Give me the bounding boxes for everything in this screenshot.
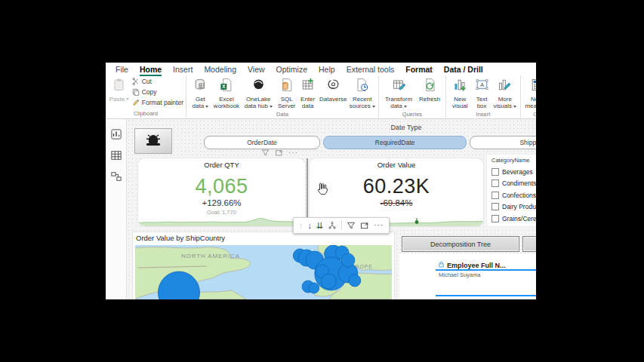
copy-button[interactable]: Copy xyxy=(132,87,183,97)
more-options-icon[interactable]: ··· xyxy=(288,150,298,156)
checkbox-icon[interactable] xyxy=(491,215,499,222)
onelake-caret-icon xyxy=(270,106,273,108)
orderdate-button[interactable]: OrderDate xyxy=(204,136,320,149)
kpi-order-value[interactable]: Order Value 60.23K -69.84% xyxy=(310,158,483,226)
get-data-button[interactable]: Get data xyxy=(189,76,212,111)
sql-server-label: SQL Server xyxy=(278,96,296,109)
clipboard-group-label: Clipboard xyxy=(108,110,183,118)
category-slicer[interactable]: CategoryName Beverages Condiments Confec… xyxy=(487,155,536,226)
kpi-qty-sparkline xyxy=(138,215,305,226)
go-to-next-level-icon[interactable]: ⇊ xyxy=(316,221,323,231)
calculator-icon xyxy=(530,78,537,95)
file-clock-icon xyxy=(355,78,369,95)
kpi-order-qty[interactable]: Order QTY 4,065 +129.66% Goal: 1,770 xyxy=(138,158,305,226)
filter-icon[interactable] xyxy=(261,149,270,157)
tab-external-tools[interactable]: External tools xyxy=(347,65,395,75)
shippeddate-button[interactable]: ShippedDate xyxy=(470,136,536,149)
data-group-label: Data xyxy=(189,111,376,119)
scissors-icon xyxy=(132,78,140,85)
map-bubble[interactable] xyxy=(349,275,361,287)
tab-modeling[interactable]: Modeling xyxy=(204,65,236,75)
date-slicer-title: Date Type xyxy=(353,124,459,131)
tab-insert[interactable]: Insert xyxy=(173,65,193,75)
decomposition-node-label[interactable]: Michael Suyama xyxy=(439,272,480,278)
more-visuals-caret-icon xyxy=(513,106,516,108)
category-item-grains-cereals[interactable]: Grains/Cereals xyxy=(491,213,536,225)
category-item-confections[interactable]: Confections xyxy=(491,189,536,201)
cut-label: Cut xyxy=(142,78,152,85)
map-plot[interactable]: NORTH AMERICA EUROPE xyxy=(135,245,392,299)
new-visual-button[interactable]: New visual xyxy=(448,76,472,111)
category-item-beverages[interactable]: Beverages xyxy=(491,166,536,178)
cut-button[interactable]: Cut xyxy=(132,76,183,86)
drill-down-icon[interactable]: ↓ xyxy=(308,221,313,230)
sql-server-button[interactable]: SQL Server xyxy=(276,76,297,111)
map-bubble[interactable] xyxy=(309,283,319,293)
page-logo-image[interactable] xyxy=(134,128,172,154)
excel-workbook-button[interactable]: X Excel workbook xyxy=(212,76,241,111)
expand-all-icon[interactable] xyxy=(328,221,337,230)
tab-home[interactable]: Home xyxy=(140,65,162,76)
map-bubble[interactable] xyxy=(341,253,355,267)
model-view-icon[interactable] xyxy=(111,171,122,182)
transform-data-button[interactable]: Transform data xyxy=(381,76,416,111)
focus-mode-icon[interactable] xyxy=(275,149,283,157)
data-view-icon[interactable] xyxy=(111,150,122,161)
group-insert: New visual A Text box More visuals Inser… xyxy=(446,75,521,118)
shippeddate-label: ShippedDate xyxy=(519,139,536,146)
checkbox-icon[interactable] xyxy=(491,179,499,187)
decomposition-tree-visual[interactable]: Employee Full N... Michael Suyama xyxy=(399,253,536,299)
sql-server-icon xyxy=(279,78,294,95)
recent-sources-button[interactable]: Recent sources xyxy=(348,76,376,111)
map-visual[interactable]: Order Value by ShipCountry xyxy=(133,232,394,299)
new-measure-button[interactable]: New measure xyxy=(523,76,536,111)
category-label: Dairy Products xyxy=(502,203,536,210)
dataverse-button[interactable]: Dataverse xyxy=(318,76,348,104)
map-bubble[interactable] xyxy=(322,274,337,289)
drill-up-icon[interactable]: ↑ xyxy=(299,221,304,230)
requireddate-button[interactable]: RequiredDate xyxy=(323,136,467,149)
refresh-label: Refresh xyxy=(419,96,440,103)
text-box-label: Text box xyxy=(476,96,488,109)
tab-format[interactable]: Format xyxy=(405,65,433,75)
onelake-hub-button[interactable]: OneLake data hub xyxy=(241,76,276,111)
tab-file[interactable]: File xyxy=(116,65,128,75)
recent-sources-caret-icon xyxy=(372,106,375,108)
checkbox-icon[interactable] xyxy=(491,192,499,199)
text-box-icon: A xyxy=(475,78,489,95)
checkbox-icon[interactable] xyxy=(491,168,499,176)
paste-button[interactable]: Paste xyxy=(108,76,131,104)
secondary-nav-button[interactable] xyxy=(522,236,536,252)
table-plus-icon xyxy=(300,78,315,95)
tab-data-drill[interactable]: Data / Drill xyxy=(444,65,483,75)
table-pencil-icon xyxy=(392,78,406,95)
excel-icon: X xyxy=(219,78,233,95)
more-visuals-button[interactable]: More visuals xyxy=(492,76,518,111)
enter-data-button[interactable]: Enter data xyxy=(297,76,318,111)
category-item-condiments[interactable]: Condiments xyxy=(491,178,536,190)
tab-help[interactable]: Help xyxy=(319,65,335,75)
map-title: Order Value by ShipCountry xyxy=(133,232,394,243)
ribbon-tabs: File Home Insert Modeling View Optimize … xyxy=(106,63,536,75)
decomposition-tree-button[interactable]: Decomposition Tree xyxy=(402,236,519,252)
dataverse-label: Dataverse xyxy=(319,96,347,103)
card-divider xyxy=(307,158,308,226)
checkbox-icon[interactable] xyxy=(491,203,499,210)
text-box-button[interactable]: A Text box xyxy=(472,76,492,111)
report-view-icon[interactable] xyxy=(111,129,122,140)
more-options-icon[interactable]: ··· xyxy=(374,222,384,229)
tab-optimize[interactable]: Optimize xyxy=(276,65,307,75)
copy-label: Copy xyxy=(142,88,157,96)
format-painter-label: Format painter xyxy=(142,99,183,106)
refresh-button[interactable]: Refresh xyxy=(416,76,443,104)
category-item-dairy-products[interactable]: Dairy Products xyxy=(491,201,536,213)
category-label: Grains/Cereals xyxy=(502,215,536,222)
focus-mode-icon[interactable] xyxy=(360,221,369,230)
kpi-qty-title: Order QTY xyxy=(138,159,305,170)
filter-icon[interactable] xyxy=(347,221,356,230)
recent-sources-label: Recent sources xyxy=(350,96,372,109)
tab-view[interactable]: View xyxy=(248,65,265,75)
decomposition-field-header[interactable]: Employee Full N... xyxy=(438,261,506,269)
format-painter-button[interactable]: Format painter xyxy=(132,97,183,107)
report-page: Date Type OrderDate RequiredDate Shipped… xyxy=(127,119,536,299)
